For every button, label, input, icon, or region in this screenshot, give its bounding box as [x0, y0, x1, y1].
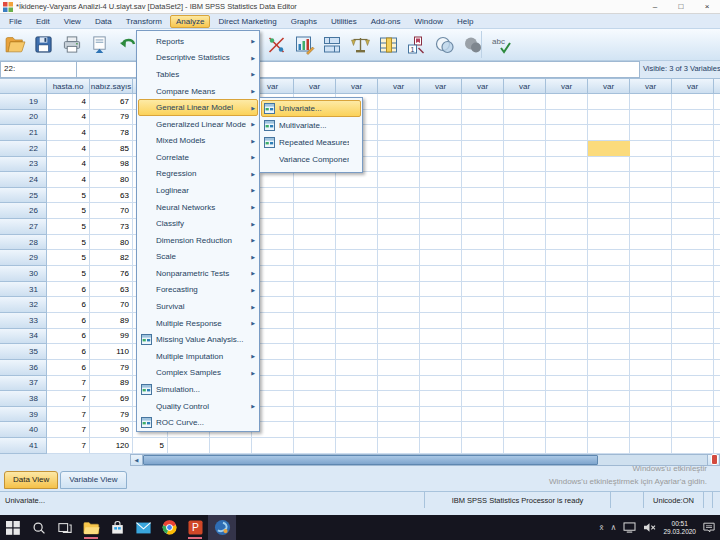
save-icon[interactable]: [31, 32, 56, 57]
analyze-menu-item[interactable]: Complex Samples ▶: [138, 365, 258, 382]
cell-var[interactable]: [672, 141, 714, 157]
cell-nabiz-sayisi[interactable]: 80: [90, 172, 133, 188]
glm-submenu-item[interactable]: Univariate...: [261, 100, 361, 117]
menubar-item[interactable]: Analyze: [170, 15, 210, 28]
print-icon[interactable]: [59, 32, 84, 57]
cell-var[interactable]: [504, 329, 546, 345]
tab-data-view[interactable]: Data View: [4, 471, 58, 489]
column-header-var[interactable]: var: [420, 78, 462, 94]
cell-var[interactable]: [672, 125, 714, 141]
cell-var[interactable]: [462, 407, 504, 423]
analyze-menu-item[interactable]: Forecasting ▶: [138, 282, 258, 299]
row-number[interactable]: 36: [0, 360, 47, 376]
cell-var[interactable]: [714, 203, 720, 219]
volume-muted-icon[interactable]: [643, 519, 656, 537]
cell-hasta-no[interactable]: 7: [47, 391, 90, 407]
cell-var[interactable]: [672, 157, 714, 173]
cell-var[interactable]: [420, 391, 462, 407]
cell-var[interactable]: [462, 266, 504, 282]
cell-var[interactable]: [462, 360, 504, 376]
menubar-item[interactable]: Window: [408, 15, 448, 28]
cell-var[interactable]: [294, 313, 336, 329]
cell-var[interactable]: [630, 157, 672, 173]
cell-var[interactable]: [546, 422, 588, 438]
analyze-menu-item[interactable]: Reports ▶: [138, 33, 258, 50]
cell-var[interactable]: [504, 141, 546, 157]
cell-var[interactable]: [630, 188, 672, 204]
cell-var[interactable]: [714, 188, 720, 204]
cell-var[interactable]: [252, 438, 294, 454]
network-icon[interactable]: [623, 519, 636, 537]
cell-var[interactable]: [714, 313, 720, 329]
cell-var[interactable]: [420, 235, 462, 251]
cell-var[interactable]: [714, 250, 720, 266]
cell-var[interactable]: [462, 422, 504, 438]
cell-nabiz-sayisi[interactable]: 120: [90, 438, 133, 454]
cell-var[interactable]: [336, 391, 378, 407]
cell-var[interactable]: [378, 110, 420, 126]
analyze-menu-item[interactable]: Loglinear ▶: [138, 182, 258, 199]
cell-var[interactable]: [294, 172, 336, 188]
cell-var[interactable]: [546, 376, 588, 392]
insert-variable-icon[interactable]: [376, 32, 401, 57]
cell-var[interactable]: [420, 329, 462, 345]
menubar-item[interactable]: Direct Marketing: [212, 15, 282, 28]
cell-var[interactable]: [504, 297, 546, 313]
cell-var[interactable]: [378, 203, 420, 219]
search-icon[interactable]: [26, 515, 52, 540]
cell-var[interactable]: [504, 188, 546, 204]
action-center-icon[interactable]: [703, 519, 715, 537]
row-number[interactable]: 23: [0, 157, 47, 173]
cell-var[interactable]: [588, 125, 630, 141]
cell-var[interactable]: [588, 438, 630, 454]
cell-var[interactable]: [714, 376, 720, 392]
cell-var[interactable]: [420, 407, 462, 423]
row-number[interactable]: 38: [0, 391, 47, 407]
cell-nabiz-sayisi[interactable]: 63: [90, 188, 133, 204]
cell-var[interactable]: [378, 157, 420, 173]
analyze-menu-item[interactable]: Quality Control ▶: [138, 398, 258, 415]
cell-var[interactable]: [588, 203, 630, 219]
cell-var[interactable]: [630, 172, 672, 188]
column-header-nabiz-sayisi[interactable]: nabız.sayıs: [90, 78, 133, 94]
cell-var[interactable]: [588, 282, 630, 298]
cell-var[interactable]: [714, 297, 720, 313]
cell-var[interactable]: [588, 94, 630, 110]
cell-var[interactable]: [420, 422, 462, 438]
glm-submenu-item[interactable]: Variance Components...: [261, 151, 361, 168]
cell-var[interactable]: [210, 438, 252, 454]
cell-var[interactable]: [462, 250, 504, 266]
cell-var[interactable]: [462, 125, 504, 141]
row-number[interactable]: 40: [0, 422, 47, 438]
cell-var[interactable]: [672, 266, 714, 282]
highlighted-cell[interactable]: [588, 141, 630, 156]
cell-var[interactable]: [420, 172, 462, 188]
cell-var[interactable]: [294, 282, 336, 298]
cell-var[interactable]: [714, 110, 720, 126]
cell-var[interactable]: [294, 344, 336, 360]
menubar-item[interactable]: Utilities: [325, 15, 363, 28]
row-number[interactable]: 25: [0, 188, 47, 204]
cell-var[interactable]: [378, 235, 420, 251]
select-cases-icon[interactable]: [264, 32, 289, 57]
cell-var[interactable]: [504, 172, 546, 188]
cell-var[interactable]: [672, 250, 714, 266]
cell-var[interactable]: [420, 110, 462, 126]
cell-var[interactable]: [546, 282, 588, 298]
cell-col3[interactable]: 5: [133, 438, 168, 454]
cell-var[interactable]: [672, 94, 714, 110]
cell-var[interactable]: [294, 407, 336, 423]
cell-var[interactable]: [588, 344, 630, 360]
cell-var[interactable]: [378, 313, 420, 329]
cell-var[interactable]: [630, 266, 672, 282]
cell-var[interactable]: [546, 110, 588, 126]
cell-var[interactable]: [588, 422, 630, 438]
cell-var[interactable]: [630, 360, 672, 376]
cell-var[interactable]: [630, 407, 672, 423]
analyze-menu-item[interactable]: Mixed Models ▶: [138, 132, 258, 149]
cell-var[interactable]: [672, 188, 714, 204]
cell-var[interactable]: [420, 188, 462, 204]
cell-var[interactable]: [714, 94, 720, 110]
cell-var[interactable]: [546, 219, 588, 235]
row-number[interactable]: 21: [0, 125, 47, 141]
